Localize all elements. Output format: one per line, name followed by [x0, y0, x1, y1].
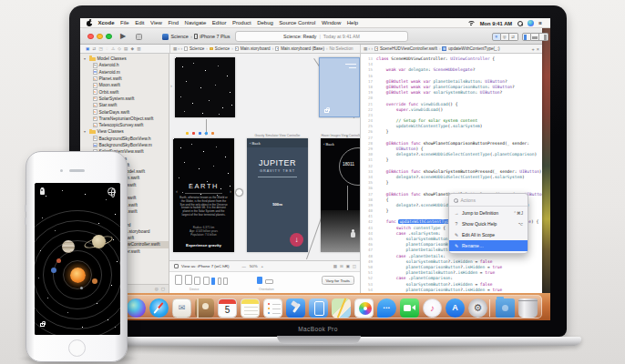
notification-center-icon[interactable]: ≡ [538, 20, 542, 26]
navigator-group-view-classes[interactable]: ▾View Classes [80, 128, 169, 135]
device-ipad[interactable] [185, 275, 192, 285]
planet-saturn[interactable] [92, 235, 106, 248]
zoom-window-button[interactable] [106, 34, 112, 40]
back-button[interactable]: ‹ Back [323, 142, 334, 147]
scene-header[interactable]: Gravity Simulator View Controller [247, 134, 308, 137]
spotlight-icon[interactable] [517, 20, 523, 26]
orientation-portrait-selected[interactable] [257, 277, 262, 285]
jump-bar-controls[interactable]: ▦ ‹ › [364, 46, 373, 51]
assistant-editor-button[interactable]: ◎ [501, 33, 510, 41]
planet-earth[interactable] [51, 268, 56, 273]
dock-icon-xcode[interactable] [286, 298, 305, 318]
device-iphone-se[interactable] [223, 278, 227, 285]
orientation-landscape[interactable] [265, 279, 273, 285]
scheme-selector[interactable]: Science › iPhone 7 Plus [162, 32, 231, 41]
run-button[interactable] [120, 32, 129, 41]
menu-window[interactable]: Window [322, 20, 341, 25]
standard-editor-button[interactable]: ≡ [492, 33, 501, 41]
dock-icon-mail[interactable]: ✉ [172, 298, 191, 318]
source-control-icon[interactable]: ⇄ [93, 45, 97, 54]
code-line-30[interactable]: delegate?.sceneHUDDidSelectContentType(.… [376, 152, 542, 157]
jump-bar-crumb[interactable]: Main.storyboard (Base) [281, 46, 324, 51]
source-code[interactable]: class SceneHUDViewController: UIViewCont… [376, 56, 542, 293]
navigator-file-backgroundskyboxview-h[interactable]: hBackgroundSkyBoxView.h [80, 136, 169, 142]
stack-icon[interactable]: ◫ [353, 264, 356, 268]
report-navigator-icon[interactable]: ▥ [137, 45, 140, 54]
dock-icon-photos[interactable] [354, 298, 374, 318]
navigator-file-planet-swift[interactable]: sPlanet.swift [80, 76, 169, 82]
scene-starfield[interactable] [175, 57, 235, 117]
device-iphone[interactable] [218, 278, 221, 285]
navigator-group-model-classes[interactable]: ▾Model Classes [80, 56, 169, 62]
planet-venus[interactable] [92, 278, 97, 284]
device-ipad-small[interactable] [203, 277, 210, 285]
close-window-button[interactable] [87, 34, 94, 40]
dock-icon-reminders[interactable] [263, 298, 282, 318]
menu-editor[interactable]: Editor [212, 20, 227, 25]
context-menu-item-rename-[interactable]: ✎Rename… [449, 240, 528, 251]
device-iphone-selected[interactable] [211, 278, 215, 285]
dock-icon-itunes[interactable]: ♪ [423, 298, 442, 318]
navigator-file-moon-swift[interactable]: sMoon.swift [80, 82, 169, 88]
menu-edit[interactable]: Edit [135, 20, 144, 25]
jump-bar-crumb[interactable]: Science [215, 46, 230, 51]
navigator-file-transneptunianobject-swift[interactable]: sTransNeptunianObject.swift [80, 116, 169, 122]
dock-icon-trash[interactable] [518, 298, 538, 318]
jump-bar-crumb[interactable]: SceneHUDViewController.swift [380, 46, 437, 51]
jump-bar-controls[interactable]: ▦ ‹ › [173, 46, 182, 51]
dock-icon-maps[interactable] [332, 298, 351, 318]
planet-mercury[interactable] [80, 287, 84, 290]
code-editor[interactable]: 1314151617181920212223242526272829303132… [360, 54, 542, 293]
dock-icon-appstore[interactable]: A [446, 298, 465, 318]
volume-up-button[interactable] [25, 205, 26, 212]
volume-down-button[interactable] [25, 217, 26, 225]
editor-jump-bar[interactable]: ▦ ‹ ›SceneHUDViewController.swift›Mupdat… [360, 45, 542, 53]
scene-selected[interactable] [319, 57, 360, 117]
segue-badge-icon[interactable] [235, 188, 243, 197]
actions-search-field[interactable]: Actions [449, 196, 528, 207]
iphone-screen-solar-system-app[interactable] [35, 183, 120, 335]
device-config-icon[interactable] [174, 264, 179, 268]
vary-for-traits-button[interactable]: Vary for Traits [322, 276, 354, 285]
experience-gravity-button[interactable]: Experience gravity [173, 243, 234, 248]
navigator-file-asteroid-m[interactable]: mAsteroid.m [80, 69, 169, 76]
close-tab-button[interactable]: × [537, 46, 539, 52]
menu-file[interactable]: File [120, 20, 129, 25]
dock-icon-notes[interactable] [241, 298, 260, 318]
breakpoint-navigator-icon[interactable]: ◆ [131, 45, 135, 54]
zoom-in-button[interactable]: + [261, 264, 264, 268]
scene-earth-screen[interactable]: ‹ › EARTH Earth, otherwise known as the … [173, 138, 234, 252]
debug-navigator-icon[interactable]: ▤ [124, 45, 128, 54]
view-as-label[interactable]: View as: iPhone 7 (wC hR) [181, 264, 229, 268]
code-line-54[interactable]: planetComparisonButton?.isHidden = true [376, 288, 542, 293]
dock-icon-messages[interactable]: ••• [377, 298, 396, 318]
version-editor-button[interactable]: ⇄ [509, 33, 518, 41]
navigator-file-star-swift[interactable]: sStar.swift [80, 102, 169, 108]
dock-icon-simulator[interactable] [309, 298, 328, 318]
toggle-debug-area-button[interactable] [531, 33, 540, 41]
jump-bar-crumb[interactable]: Main.storyboard [241, 46, 271, 51]
apple-menu-icon[interactable] [87, 20, 92, 26]
issue-navigator-icon[interactable]: ⚠ [111, 45, 115, 54]
jump-bar-crumb[interactable]: updateWithContentType(_:) [448, 46, 499, 51]
menu-view[interactable]: View [150, 20, 162, 25]
compass-icon[interactable] [108, 187, 116, 196]
dock-icon-prefs[interactable]: ⚙ [468, 298, 487, 318]
lock-icon[interactable] [40, 323, 45, 327]
navigator-file-solardays-swift[interactable]: sSolarDays.swift [80, 108, 169, 115]
code-line-34[interactable]: delegate?.sceneHUDDidSelectContentType(.… [376, 175, 542, 180]
wifi-icon[interactable] [467, 20, 476, 26]
navigator-file-asteroid-h[interactable]: hAsteroid.h [80, 62, 169, 68]
resolve-icon[interactable]: ▣ [346, 264, 350, 268]
context-menu-item-show-quick-help[interactable]: ?Show Quick Help⌥ [449, 218, 528, 229]
device-ipad-mini[interactable] [194, 277, 200, 285]
toggle-inspectors-button[interactable] [539, 33, 548, 41]
menu-clock[interactable]: Mon 9:41 AM [480, 21, 513, 26]
stop-button[interactable] [136, 34, 142, 40]
planet-mars[interactable] [56, 258, 61, 263]
device-ipad-large[interactable] [175, 275, 182, 285]
filter-icon[interactable]: ◎ [155, 287, 159, 291]
sun[interactable] [70, 268, 86, 283]
jump-bar-crumb[interactable]: Science [190, 46, 204, 51]
dock-icon-contacts[interactable] [195, 298, 214, 318]
